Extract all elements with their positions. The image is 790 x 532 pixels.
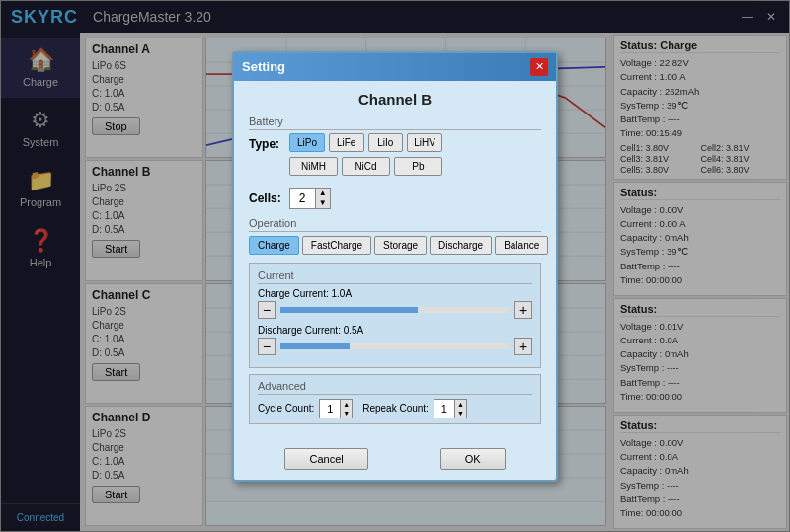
repeat-count-up[interactable]: ▲ xyxy=(455,400,466,409)
cycle-count-field: Cycle Count: 1 ▲ ▼ xyxy=(258,399,353,418)
charge-current-plus[interactable]: + xyxy=(514,301,532,319)
cycle-count-spinner: 1 ▲ ▼ xyxy=(319,399,353,418)
advanced-row: Cycle Count: 1 ▲ ▼ Repeak Count: 1 xyxy=(258,399,532,418)
discharge-current-row: − + xyxy=(258,338,532,355)
cells-down-button[interactable]: ▼ xyxy=(316,198,330,208)
operation-section-label: Operation xyxy=(249,217,541,232)
charge-current-minus[interactable]: − xyxy=(258,301,276,319)
setting-modal: Setting ✕ Channel B Battery Type: LiPo L… xyxy=(232,51,558,482)
repeat-count-label: Repeak Count: xyxy=(362,403,429,414)
batt-btn-pb[interactable]: Pb xyxy=(394,157,442,176)
batt-btn-lihv[interactable]: LiHV xyxy=(407,133,442,152)
discharge-current-slider-fill xyxy=(280,343,350,349)
advanced-section: Advanced Cycle Count: 1 ▲ ▼ Repe xyxy=(249,374,541,424)
cycle-count-up[interactable]: ▲ xyxy=(341,400,352,409)
battery-types-row1: LiPo LiFe LiIo LiHV xyxy=(289,133,442,152)
modal-titlebar: Setting ✕ xyxy=(234,53,556,81)
modal-title: Setting xyxy=(242,59,285,74)
cells-up-button[interactable]: ▲ xyxy=(316,189,330,198)
cells-value: 2 xyxy=(290,190,315,207)
charge-current-slider-fill xyxy=(280,307,418,313)
cells-arrows: ▲ ▼ xyxy=(315,189,330,208)
batt-btn-nimh[interactable]: NiMH xyxy=(289,157,338,176)
repeat-count-arrows: ▲ ▼ xyxy=(454,400,466,418)
op-btn-storage[interactable]: Storage xyxy=(374,236,427,255)
batt-btn-lipo[interactable]: LiPo xyxy=(289,133,325,152)
op-btn-discharge[interactable]: Discharge xyxy=(430,236,492,255)
op-btn-balance[interactable]: Balance xyxy=(495,236,548,255)
modal-body: Channel B Battery Type: LiPo LiFe LiIo L… xyxy=(234,81,556,442)
modal-overlay: Setting ✕ Channel B Battery Type: LiPo L… xyxy=(0,0,790,532)
type-label: Type: xyxy=(249,137,279,151)
discharge-current-plus[interactable]: + xyxy=(514,338,532,355)
modal-close-button[interactable]: ✕ xyxy=(530,58,548,76)
repeat-count-value: 1 xyxy=(434,402,454,416)
discharge-current-minus[interactable]: − xyxy=(258,338,276,355)
charge-current-row: − + xyxy=(258,301,532,319)
current-section-label: Current xyxy=(258,269,532,284)
discharge-current-text: Discharge Current: 0.5A xyxy=(258,325,532,336)
op-btn-fastcharge[interactable]: FastCharge xyxy=(302,236,371,255)
operation-buttons: Charge FastCharge Storage Discharge Bala… xyxy=(249,236,541,255)
repeat-count-field: Repeak Count: 1 ▲ ▼ xyxy=(362,399,467,418)
cycle-count-down[interactable]: ▼ xyxy=(341,409,352,418)
cancel-button[interactable]: Cancel xyxy=(284,448,367,470)
batt-btn-life[interactable]: LiFe xyxy=(329,133,364,152)
battery-type-area: Type: LiPo LiFe LiIo LiHV NiMH NiCd Pb xyxy=(249,133,541,184)
op-btn-charge[interactable]: Charge xyxy=(249,236,299,255)
cells-spinner: 2 ▲ ▼ xyxy=(289,188,331,209)
battery-types-container: LiPo LiFe LiIo LiHV NiMH NiCd Pb xyxy=(289,133,442,184)
advanced-section-label: Advanced xyxy=(258,380,532,395)
cycle-count-label: Cycle Count: xyxy=(258,403,314,414)
ok-button[interactable]: OK xyxy=(440,448,506,470)
cycle-count-value: 1 xyxy=(320,402,340,416)
charge-current-text: Charge Current: 1.0A xyxy=(258,288,532,299)
repeat-count-down[interactable]: ▼ xyxy=(455,409,466,418)
batt-btn-nicd[interactable]: NiCd xyxy=(342,157,390,176)
battery-types-row2: NiMH NiCd Pb xyxy=(289,157,442,176)
modal-footer: Cancel OK xyxy=(234,442,556,480)
charge-current-slider-track xyxy=(280,307,510,313)
cells-label: Cells: xyxy=(249,191,281,205)
cycle-count-arrows: ▲ ▼ xyxy=(340,400,352,418)
repeat-count-spinner: 1 ▲ ▼ xyxy=(434,399,467,418)
batt-btn-liio[interactable]: LiIo xyxy=(368,133,404,152)
current-section: Current Charge Current: 1.0A − + Dischar… xyxy=(249,263,541,368)
modal-channel-label: Channel B xyxy=(249,91,541,108)
cells-row: Cells: 2 ▲ ▼ xyxy=(249,188,541,209)
battery-section-label: Battery xyxy=(249,115,541,130)
discharge-current-slider-track xyxy=(280,343,510,349)
